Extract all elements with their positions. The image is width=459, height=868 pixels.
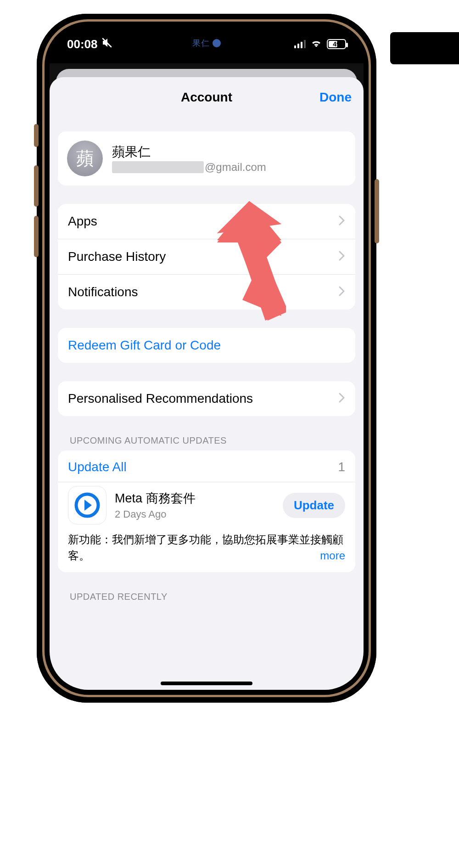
updates-card: Update All 1 Meta 商務套件 2 Days Ago [58, 451, 355, 572]
page-title: Account [181, 90, 232, 105]
menu-label-recommendations: Personalised Recommendations [68, 391, 253, 406]
avatar-initial: 蘋 [76, 147, 94, 170]
status-right: 49 [294, 39, 346, 50]
silent-switch [34, 124, 39, 147]
menu-label-notifications: Notifications [68, 285, 138, 299]
update-button[interactable]: Update [283, 493, 345, 518]
app-subtitle: 2 Days Ago [115, 508, 274, 520]
menu-label-apps: Apps [68, 214, 97, 229]
app-update-row[interactable]: Meta 商務套件 2 Days Ago Update [58, 482, 355, 527]
power-button [375, 179, 379, 243]
section-header-upcoming: UPCOMING AUTOMATIC UPDATES [58, 416, 355, 451]
recommendations-card: Personalised Recommendations [58, 381, 355, 416]
app-description-text: 新功能：我們新增了更多功能，協助您拓展事業並接觸顧客。 [68, 533, 343, 562]
menu-item-purchase-history[interactable]: Purchase History [58, 239, 355, 274]
app-icon-meta-business [68, 486, 106, 524]
silent-icon [101, 37, 112, 51]
section-header-updated-recently: UPDATED RECENTLY [58, 572, 355, 607]
decorative-wedge [390, 32, 459, 64]
battery-percent: 49 [333, 40, 340, 48]
chevron-right-icon [339, 391, 345, 406]
email-redacted [112, 161, 204, 173]
menu-item-notifications[interactable]: Notifications [58, 274, 355, 310]
updates-count: 1 [338, 460, 345, 474]
done-button[interactable]: Done [319, 90, 352, 105]
notch-label-text: 果仁 [192, 38, 210, 49]
chevron-right-icon [339, 214, 345, 229]
cellular-signal-icon [294, 40, 306, 48]
nav-bar: Account Done [50, 77, 364, 118]
profile-name: 蘋果仁 [112, 143, 266, 161]
home-indicator [161, 682, 252, 685]
screen: 00:08 [50, 27, 364, 690]
volume-down-button [34, 216, 39, 257]
update-all-button[interactable]: Update All [68, 460, 127, 474]
redeem-button[interactable]: Redeem Gift Card or Code [58, 328, 355, 363]
phone-frame: 00:08 [37, 14, 376, 703]
redeem-card: Redeem Gift Card or Code [58, 328, 355, 363]
status-time: 00:08 [67, 37, 98, 51]
app-title: Meta 商務套件 [115, 490, 274, 507]
menu-item-recommendations[interactable]: Personalised Recommendations [58, 381, 355, 416]
chevron-right-icon [339, 285, 345, 299]
app-description: 新功能：我們新增了更多功能，協助您拓展事業並接觸顧客。 more [58, 527, 355, 564]
volume-up-button [34, 165, 39, 207]
notch-avatar-dot [213, 39, 221, 47]
notch-label: 果仁 [192, 38, 221, 49]
wifi-icon [310, 39, 322, 50]
status-left: 00:08 [67, 37, 112, 51]
menu-label-purchase-history: Purchase History [68, 249, 166, 264]
profile-email: @gmail.com [112, 161, 266, 174]
redeem-label: Redeem Gift Card or Code [68, 338, 221, 353]
profile-card[interactable]: 蘋 蘋果仁 @gmail.com [58, 131, 355, 186]
chevron-right-icon [339, 249, 345, 264]
menu-card: Apps Purchase History Notifications [58, 204, 355, 310]
menu-item-apps[interactable]: Apps [58, 204, 355, 239]
more-link[interactable]: more [320, 548, 345, 564]
avatar: 蘋 [67, 141, 103, 176]
account-sheet: Account Done 蘋 蘋果仁 @gmail.com [50, 77, 364, 690]
battery-indicator: 49 [327, 39, 346, 49]
email-suffix: @gmail.com [205, 161, 266, 174]
